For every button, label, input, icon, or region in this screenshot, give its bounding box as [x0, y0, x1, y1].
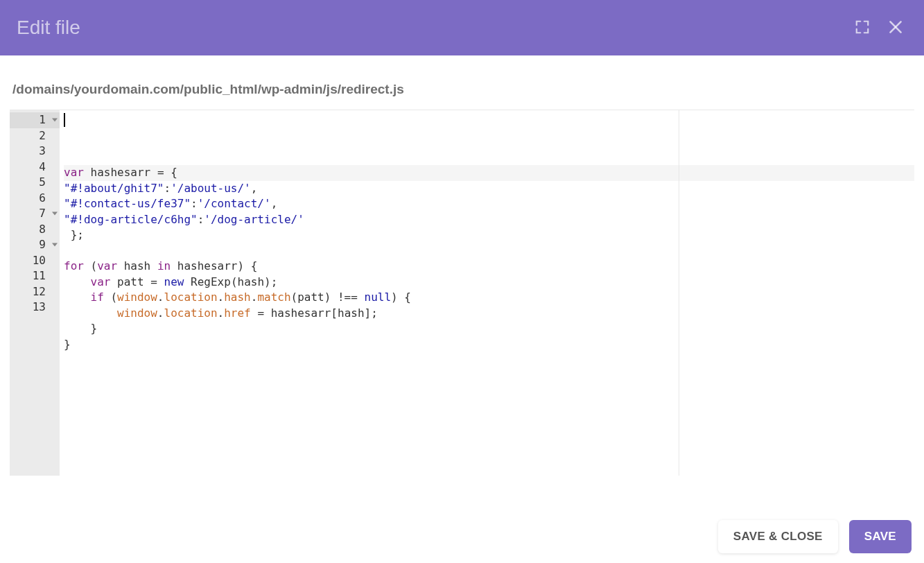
save-button[interactable]: SAVE	[849, 520, 912, 553]
editor-cursor	[64, 113, 65, 127]
gutter-line: 5	[10, 175, 60, 191]
code-line[interactable]: var hashesarr = {	[64, 165, 914, 181]
code-line[interactable]: "#!about/ghit7":'/about-us/',	[64, 181, 914, 197]
fold-marker-icon[interactable]	[52, 119, 58, 122]
save-and-close-button[interactable]: SAVE & CLOSE	[718, 520, 838, 553]
modal-footer: SAVE & CLOSE SAVE	[718, 520, 912, 553]
code-line[interactable]: for (var hash in hashesarr) {	[64, 259, 914, 275]
code-line[interactable]: };	[64, 227, 914, 243]
close-button[interactable]	[884, 15, 907, 41]
gutter-line: 2	[10, 128, 60, 144]
fullscreen-button[interactable]	[852, 17, 873, 40]
code-editor[interactable]: 12345678910111213 var hashesarr = {"#!ab…	[10, 110, 914, 476]
gutter-line: 13	[10, 300, 60, 315]
gutter-line: 3	[10, 144, 60, 159]
gutter-line: 1	[10, 112, 60, 128]
gutter-line: 4	[10, 159, 60, 175]
modal-header: Edit file	[0, 0, 924, 55]
code-line[interactable]: }	[64, 321, 914, 337]
gutter-line: 11	[10, 268, 60, 284]
header-actions	[852, 15, 907, 41]
gutter-line: 10	[10, 253, 60, 269]
code-line[interactable]: window.location.href = hashesarr[hash];	[64, 306, 914, 322]
gutter-line: 8	[10, 222, 60, 238]
gutter-line: 12	[10, 284, 60, 300]
file-path: /domains/yourdomain.com/public_html/wp-a…	[0, 55, 924, 110]
gutter-line: 7	[10, 206, 60, 222]
code-line[interactable]	[64, 352, 914, 368]
gutter-line: 9	[10, 237, 60, 253]
gutter-line: 6	[10, 191, 60, 207]
modal-title: Edit file	[17, 17, 80, 39]
code-line[interactable]: if (window.location.hash.match(patt) !==…	[64, 290, 914, 306]
code-line[interactable]	[64, 243, 914, 259]
fold-marker-icon[interactable]	[52, 212, 58, 216]
expand-icon	[855, 19, 870, 37]
code-line[interactable]: "#!dog-article/c6hg":'/dog-article/'	[64, 212, 914, 228]
fold-marker-icon[interactable]	[52, 243, 58, 247]
close-icon	[887, 18, 905, 38]
code-line[interactable]: var patt = new RegExp(hash);	[64, 275, 914, 291]
print-margin	[679, 110, 679, 476]
editor-content[interactable]: var hashesarr = {"#!about/ghit7":'/about…	[60, 110, 914, 476]
editor-gutter: 12345678910111213	[10, 110, 60, 476]
code-line[interactable]: "#!contact-us/fe37":'/contact/',	[64, 196, 914, 212]
code-line[interactable]: }	[64, 337, 914, 353]
